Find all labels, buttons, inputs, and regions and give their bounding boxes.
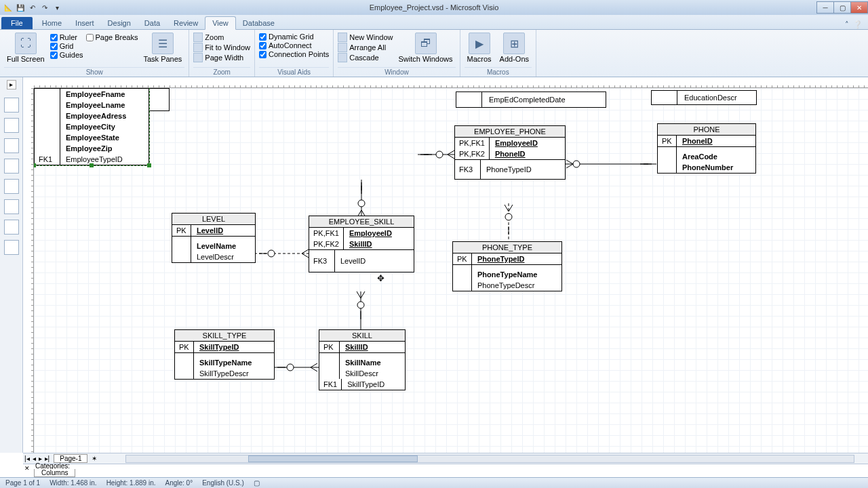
task-panes-label: Task Panes — [143, 55, 182, 63]
qat-dropdown-icon[interactable]: ▾ — [52, 2, 62, 13]
zoom-button[interactable]: Zoom — [193, 33, 250, 42]
cascade-button[interactable]: Cascade — [338, 53, 393, 62]
full-screen-button[interactable]: ⛶ Full Screen — [4, 31, 47, 64]
entity-employee-phone[interactable]: EMPLOYEE_PHONE PK,FK1EmployeeID PK,FK2Ph… — [454, 125, 566, 180]
stencil-shape1-icon[interactable] — [4, 118, 19, 133]
entity-emped-fragment[interactable]: EmpEdCompletedDate — [456, 92, 606, 108]
status-bar: Page 1 of 1 Width: 1.468 in. Height: 1.8… — [0, 477, 868, 488]
redo-icon[interactable]: ↷ — [39, 2, 50, 13]
quick-access-toolbar: 📐 💾 ↶ ↷ ▾ — [0, 2, 65, 13]
page-width-button[interactable]: Page Width — [193, 53, 250, 62]
entity-employee-skill[interactable]: EMPLOYEE_SKILL PK,FK1EmployeeID PK,FK2Sk… — [309, 216, 414, 272]
fit-to-window-button[interactable]: Fit to Window — [193, 43, 250, 52]
tab-database[interactable]: Database — [236, 17, 281, 29]
window-group-label: Window — [338, 67, 455, 77]
show-group-label: Show — [4, 67, 184, 77]
addons-icon: ⊞ — [503, 33, 525, 54]
connection-points-checkbox[interactable]: Connection Points — [259, 50, 329, 58]
prev-page-icon[interactable]: ◂ — [31, 455, 37, 462]
title-bar: 📐 💾 ↶ ↷ ▾ Employee_Project.vsd - Microso… — [0, 0, 868, 15]
selection-handle[interactable] — [147, 163, 151, 167]
new-window-icon — [338, 33, 347, 42]
full-screen-label: Full Screen — [7, 55, 45, 63]
switch-windows-icon: 🗗 — [415, 33, 437, 54]
stencil-shape5-icon[interactable] — [4, 199, 19, 214]
work-area: ▸ — [0, 77, 868, 453]
panel-close-icon[interactable]: ✕ — [24, 465, 30, 472]
status-height: Height: 1.889 in. — [106, 479, 156, 487]
save-icon[interactable]: 💾 — [15, 2, 26, 13]
tab-data[interactable]: Data — [138, 17, 167, 29]
window-title: Employee_Project.vsd - Microsoft Visio — [370, 3, 499, 12]
undo-icon[interactable]: ↶ — [27, 2, 38, 13]
maximize-button[interactable]: ▢ — [833, 1, 851, 14]
stencil-shape3-icon[interactable] — [4, 159, 19, 174]
visual-aids-group-label: Visual Aids — [259, 67, 329, 77]
status-width: Width: 1.468 in. — [50, 479, 96, 487]
arrange-all-button[interactable]: Arrange All — [338, 43, 393, 52]
ribbon: ⛶ Full Screen Ruler Grid Guides Page Bre… — [0, 30, 868, 77]
horizontal-scrollbar[interactable] — [125, 455, 854, 463]
categories-panel: ✕ Categories: Columns — [23, 464, 868, 477]
file-tab[interactable]: File — [1, 17, 33, 29]
task-panes-icon: ☰ — [152, 33, 174, 54]
minimize-ribbon-icon[interactable]: ˄ — [845, 20, 849, 29]
close-button[interactable]: ✕ — [850, 1, 868, 14]
cascade-icon — [338, 53, 347, 62]
tab-view[interactable]: View — [205, 16, 236, 30]
macros-label: Macros — [467, 55, 492, 63]
ruler-checkbox[interactable]: Ruler — [50, 33, 83, 41]
tab-insert[interactable]: Insert — [68, 17, 101, 29]
new-page-icon[interactable]: ✶ — [90, 455, 98, 462]
guides-checkbox[interactable]: Guides — [50, 51, 83, 59]
macros-icon: ▶ — [469, 33, 490, 54]
zoom-group-label: Zoom — [193, 67, 250, 77]
help-icon[interactable]: ❔ — [853, 20, 863, 29]
tab-design[interactable]: Design — [101, 17, 138, 29]
fit-window-icon — [193, 43, 203, 52]
stencil-shape7-icon[interactable] — [4, 240, 19, 255]
autoconnect-checkbox[interactable]: AutoConnect — [259, 41, 329, 49]
switch-windows-label: Switch Windows — [398, 55, 452, 63]
switch-windows-button[interactable]: 🗗 Switch Windows — [395, 31, 455, 64]
entity-phone-type[interactable]: PHONE_TYPE PKPhoneTypeID PhoneTypeName P… — [452, 241, 562, 291]
new-window-button[interactable]: New Window — [338, 33, 393, 42]
vertical-ruler — [23, 88, 34, 453]
stencil-shape6-icon[interactable] — [4, 220, 19, 235]
entity-phone[interactable]: PHONE PKPhoneID AreaCode PhoneNumber — [657, 123, 756, 174]
grid-checkbox[interactable]: Grid — [50, 42, 83, 50]
visio-icon: 📐 — [3, 2, 14, 13]
entity-employee-fragment[interactable]: EmployeeFname EmployeeLname EmployeeAdre… — [34, 88, 149, 165]
stencil-shape2-icon[interactable] — [4, 138, 19, 153]
last-page-icon[interactable]: ▸| — [43, 455, 52, 462]
ribbon-tabs: File Home Insert Design Data Review View… — [0, 15, 868, 30]
mouse-cursor: ✥ — [377, 273, 384, 283]
minimize-button[interactable]: ─ — [816, 1, 834, 14]
zoom-icon — [193, 33, 203, 42]
stencil-bar: ▸ — [0, 77, 23, 453]
selection-handle[interactable] — [34, 163, 36, 167]
entity-level[interactable]: LEVEL PKLevelID LevelName LevelDescr — [172, 213, 256, 263]
dynamic-grid-checkbox[interactable]: Dynamic Grid — [259, 33, 329, 41]
first-page-icon[interactable]: |◂ — [23, 455, 31, 462]
stencil-expand-icon[interactable]: ▸ — [7, 80, 16, 89]
tab-review[interactable]: Review — [167, 17, 205, 29]
addons-label: Add-Ons — [500, 55, 529, 63]
task-panes-button[interactable]: ☰ Task Panes — [140, 31, 184, 64]
selection-handle[interactable] — [90, 163, 94, 167]
macros-button[interactable]: ▶ Macros — [465, 31, 494, 64]
entity-skill-type[interactable]: SKILL_TYPE PKSkillTypeID SkillTypeName S… — [174, 329, 275, 380]
columns-tab[interactable]: Columns — [34, 469, 75, 477]
stencil-shape4-icon[interactable] — [4, 179, 19, 194]
entity-skill[interactable]: SKILL PKSkillID SkillName SkillDescr FK1… — [319, 329, 406, 390]
drawing-canvas[interactable]: EmployeeTypeName EmployeeTypeDescr Emplo… — [34, 88, 868, 453]
page-width-icon — [193, 53, 203, 62]
page-breaks-checkbox[interactable]: Page Breaks — [86, 33, 138, 41]
addons-button[interactable]: ⊞ Add-Ons — [497, 31, 532, 64]
entity-education-fragment[interactable]: EducationDescr — [651, 90, 757, 105]
tab-home[interactable]: Home — [35, 17, 68, 29]
scrollbar-thumb[interactable] — [248, 455, 418, 462]
next-page-icon[interactable]: ▸ — [37, 455, 43, 462]
macro-record-icon[interactable]: ▢ — [254, 479, 260, 487]
stencil-pointer-icon[interactable] — [4, 98, 19, 113]
